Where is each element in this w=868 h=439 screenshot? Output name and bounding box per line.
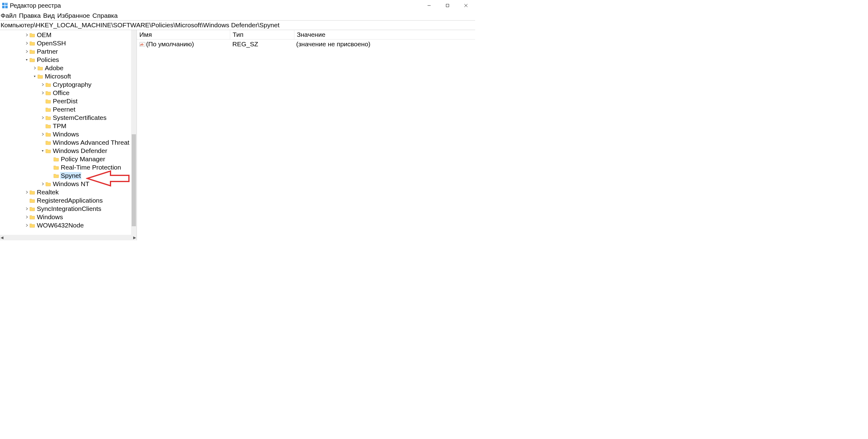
tree-vertical-scrollbar[interactable] — [131, 30, 136, 235]
tree-item[interactable]: SystemCertificates — [0, 113, 136, 122]
tree-item-label: Peernet — [52, 106, 76, 113]
tree-item[interactable]: Partner — [0, 47, 136, 56]
expander-icon[interactable] — [24, 190, 29, 195]
tree-item[interactable]: Office — [0, 89, 136, 97]
expander-icon[interactable] — [24, 41, 29, 46]
svg-rect-3 — [5, 6, 8, 8]
tree-item[interactable]: TPM — [0, 122, 136, 130]
tree-item-label: Windows Advanced Threat Protection — [52, 139, 136, 146]
tree-item-label: Realtek — [36, 189, 59, 196]
tree-item-label: Windows — [52, 131, 80, 138]
tree-horizontal-scrollbar[interactable]: ◀ ▶ — [0, 235, 136, 240]
svg-point-4 — [6, 3, 8, 4]
tree-item[interactable]: OpenSSH — [0, 39, 136, 47]
tree-item[interactable]: RegisteredApplications — [0, 196, 136, 204]
svg-rect-0 — [2, 3, 5, 5]
svg-rect-6 — [446, 4, 449, 7]
expander-icon[interactable] — [32, 66, 37, 70]
tree-item[interactable]: Cryptography — [0, 80, 136, 89]
expander-icon[interactable] — [40, 115, 45, 120]
menu-help[interactable]: Справка — [92, 12, 118, 19]
menu-favorites[interactable]: Избранное — [57, 12, 90, 19]
tree-item[interactable]: Spynet — [0, 171, 136, 180]
tree-item[interactable]: Real-Time Protection — [0, 163, 136, 171]
tree-item[interactable]: PeerDist — [0, 97, 136, 105]
tree-item[interactable]: Realtek — [0, 188, 136, 196]
tree-scroll-thumb[interactable] — [132, 134, 136, 226]
tree-item[interactable]: Adobe — [0, 64, 136, 72]
expander-icon[interactable] — [40, 82, 45, 87]
tree-item-label: Real-Time Protection — [60, 164, 122, 171]
column-type[interactable]: Тип — [230, 30, 294, 39]
tree-item[interactable]: SyncIntegrationClients — [0, 204, 136, 213]
minimize-button[interactable] — [420, 0, 438, 11]
tree-item-label: Spynet — [60, 172, 81, 179]
tree-item-label: TPM — [52, 122, 67, 130]
expander-icon[interactable] — [40, 148, 45, 153]
tree-item[interactable]: Peernet — [0, 105, 136, 113]
tree-item-label: Policy Manager — [60, 156, 106, 163]
tree-item[interactable]: Policies — [0, 56, 136, 64]
svg-rect-2 — [2, 6, 5, 8]
tree-item[interactable]: OEM — [0, 31, 136, 39]
tree-item[interactable]: Windows — [0, 213, 136, 221]
close-button[interactable] — [457, 0, 475, 11]
expander-icon[interactable] — [24, 49, 29, 54]
tree-item-label: PeerDist — [52, 98, 78, 105]
column-value[interactable]: Значение — [294, 30, 475, 39]
window-title: Редактор реестра — [10, 2, 61, 9]
tree-item[interactable]: Windows — [0, 130, 136, 138]
menu-file[interactable]: Файл — [1, 12, 17, 19]
column-name[interactable]: Имя — [137, 30, 230, 39]
expander-icon[interactable] — [40, 91, 45, 95]
tree-item-label: Windows NT — [52, 180, 90, 188]
tree-item-label: Policies — [36, 56, 60, 63]
app-icon — [2, 2, 8, 8]
tree-item-label: Windows — [36, 213, 64, 221]
tree-item[interactable]: WOW6432Node — [0, 221, 136, 229]
value-row[interactable]: ab(По умолчанию)REG_SZ(значение не присв… — [137, 39, 475, 49]
tree-item-label: Cryptography — [52, 81, 92, 88]
tree-item[interactable]: Policy Manager — [0, 155, 136, 163]
value-type: REG_SZ — [230, 40, 294, 48]
titlebar[interactable]: Редактор реестра — [0, 0, 475, 11]
tree-item[interactable]: Windows Defender — [0, 146, 136, 155]
expander-icon[interactable] — [32, 74, 37, 79]
value-list[interactable]: ab(По умолчанию)REG_SZ(значение не присв… — [137, 39, 475, 240]
expander-icon[interactable] — [24, 206, 29, 211]
tree-item-label: Adobe — [44, 64, 64, 72]
address-bar[interactable]: Компьютер\HKEY_LOCAL_MACHINE\SOFTWARE\Po… — [0, 21, 475, 30]
tree-item-label: Office — [52, 89, 70, 97]
expander-icon[interactable] — [24, 57, 29, 62]
tree-item-label: SyncIntegrationClients — [36, 205, 102, 212]
tree-item-label: Windows Defender — [52, 147, 108, 155]
maximize-button[interactable] — [438, 0, 457, 11]
registry-tree[interactable]: OEMOpenSSHPartnerPoliciesAdobeMicrosoftC… — [0, 30, 136, 235]
value-data: (значение не присвоено) — [294, 40, 475, 48]
tree-item-label: SystemCertificates — [52, 114, 107, 122]
tree-item-label: OEM — [36, 31, 52, 39]
expander-icon[interactable] — [40, 181, 45, 187]
expander-icon[interactable] — [24, 214, 29, 220]
tree-item-label: OpenSSH — [36, 39, 67, 47]
value-name: (По умолчанию) — [146, 40, 194, 48]
tree-item[interactable]: Windows Advanced Threat Protection — [0, 138, 136, 146]
tree-item-label: Microsoft — [44, 73, 71, 80]
expander-icon[interactable] — [24, 223, 29, 228]
menu-view[interactable]: Вид — [43, 12, 55, 19]
scroll-right-icon[interactable]: ▶ — [133, 235, 136, 240]
expander-icon[interactable] — [24, 33, 29, 37]
menubar: Файл Правка Вид Избранное Справка — [0, 11, 475, 20]
tree-item[interactable]: Microsoft — [0, 72, 136, 80]
expander-icon[interactable] — [40, 132, 45, 137]
tree-item-label: Partner — [36, 48, 59, 55]
tree-item-label: RegisteredApplications — [36, 197, 103, 204]
menu-edit[interactable]: Правка — [19, 12, 41, 19]
svg-text:ab: ab — [140, 43, 144, 46]
scroll-left-icon[interactable]: ◀ — [1, 235, 3, 240]
tree-item[interactable]: Windows NT — [0, 180, 136, 188]
tree-item-label: WOW6432Node — [36, 222, 84, 229]
value-list-header[interactable]: Имя Тип Значение — [137, 30, 475, 39]
